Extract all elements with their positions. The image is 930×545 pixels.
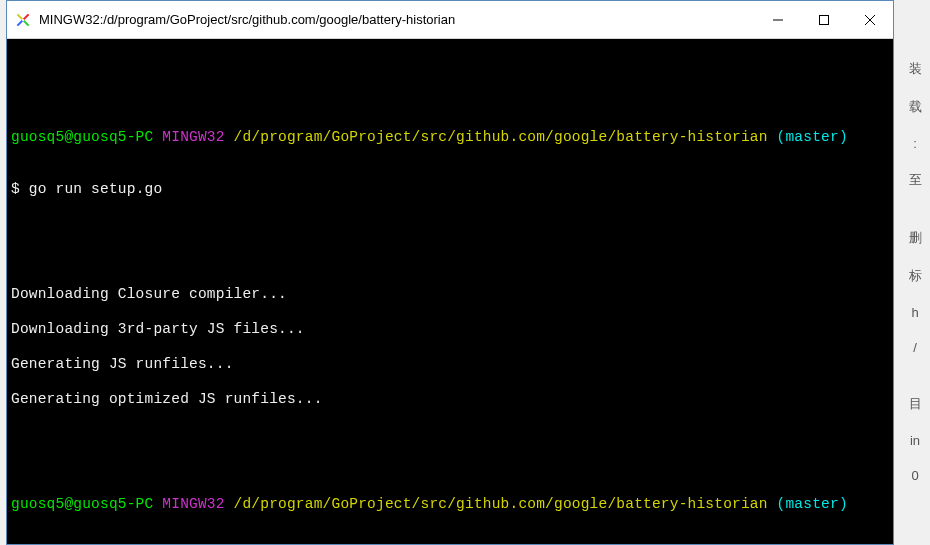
svg-rect-3 [17, 13, 23, 19]
window-controls [755, 1, 893, 38]
svg-rect-5 [820, 15, 829, 24]
terminal-output-line: Downloading Closure compiler... [11, 286, 889, 304]
prompt-env: MINGW32 [162, 496, 224, 512]
svg-rect-1 [23, 20, 29, 26]
close-button[interactable] [847, 1, 893, 38]
terminal-output-line: Generating optimized JS runfiles... [11, 391, 889, 409]
terminal-body[interactable]: guosq5@guosq5-PC MINGW32 /d/program/GoPr… [7, 39, 893, 544]
minimize-button[interactable] [755, 1, 801, 38]
prompt-branch: master [785, 129, 838, 145]
command-input: go run setup.go [29, 181, 163, 197]
prompt-env: MINGW32 [162, 129, 224, 145]
prompt-path: /d/program/GoProject/src/github.com/goog… [234, 129, 768, 145]
svg-rect-0 [23, 13, 29, 19]
background-editor-hints: 装载:至删标h/目in0 [900, 0, 930, 545]
prompt-user-host: guosq5@guosq5-PC [11, 129, 153, 145]
maximize-button[interactable] [801, 1, 847, 38]
prompt-user-host: guosq5@guosq5-PC [11, 496, 153, 512]
prompt-branch-close: ) [839, 129, 848, 145]
window-title: MINGW32:/d/program/GoProject/src/github.… [39, 12, 755, 27]
terminal-output-line: Downloading 3rd-party JS files... [11, 321, 889, 339]
svg-rect-2 [17, 20, 23, 26]
terminal-output-line: Generating JS runfiles... [11, 356, 889, 374]
app-icon [15, 12, 31, 28]
prompt-path: /d/program/GoProject/src/github.com/goog… [234, 496, 768, 512]
prompt-symbol: $ [11, 181, 29, 197]
window-titlebar[interactable]: MINGW32:/d/program/GoProject/src/github.… [7, 1, 893, 39]
terminal-window: MINGW32:/d/program/GoProject/src/github.… [6, 0, 894, 545]
prompt-branch-close: ) [839, 496, 848, 512]
prompt-branch: master [785, 496, 838, 512]
